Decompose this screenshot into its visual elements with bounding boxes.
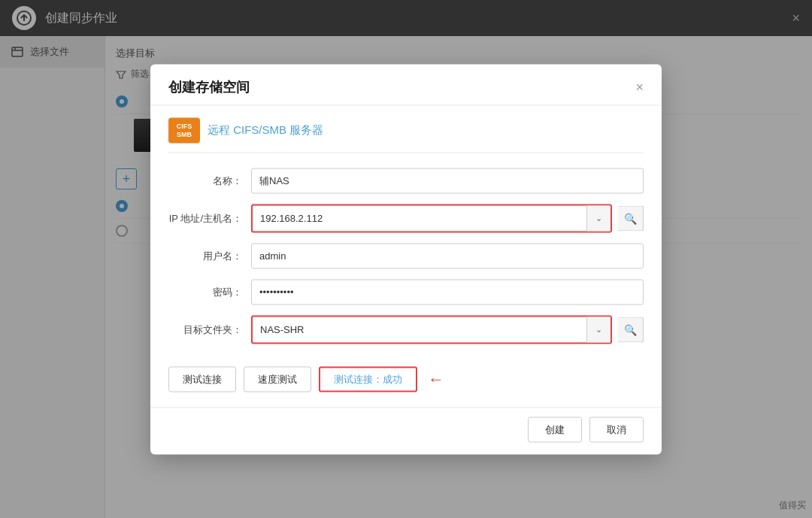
- test-connection-button[interactable]: 测试连接: [168, 366, 236, 392]
- arrow-annotation: ←: [428, 371, 444, 387]
- test-success-button[interactable]: 测试连接：成功: [319, 366, 417, 392]
- ip-row: IP 地址/主机名： ⌄ 🔍: [168, 204, 644, 232]
- action-row: 测试连接 速度测试 测试连接：成功 ←: [168, 359, 644, 392]
- password-input[interactable]: [251, 279, 644, 304]
- username-row: 用户名：: [168, 243, 644, 268]
- username-label: 用户名：: [168, 249, 251, 262]
- cifs-icon-line2: SMB: [177, 130, 192, 138]
- cancel-button[interactable]: 取消: [589, 417, 644, 442]
- name-row: 名称：: [168, 168, 644, 193]
- dialog-header: 创建存储空间 ×: [150, 64, 662, 105]
- folder-input-wrapper: ⌄: [251, 315, 612, 344]
- username-field: [251, 243, 644, 268]
- dialog-body: CIFS SMB 远程 CIFS/SMB 服务器 名称： IP 地址/主机名： …: [150, 105, 662, 407]
- ip-input-wrapper: ⌄: [251, 204, 612, 232]
- cifs-icon: CIFS SMB: [168, 117, 200, 143]
- cifs-icon-line1: CIFS: [177, 122, 192, 130]
- folder-search-button[interactable]: 🔍: [618, 317, 644, 342]
- server-type-banner: CIFS SMB 远程 CIFS/SMB 服务器: [168, 117, 644, 153]
- password-field: [251, 279, 644, 304]
- ip-search-button[interactable]: 🔍: [618, 205, 644, 231]
- folder-row: 目标文件夹： ⌄ 🔍: [168, 315, 644, 344]
- ip-dropdown-button[interactable]: ⌄: [586, 205, 611, 231]
- ip-input[interactable]: [253, 205, 586, 231]
- folder-field: ⌄ 🔍: [251, 315, 644, 344]
- name-input[interactable]: [251, 168, 644, 193]
- create-storage-dialog: 创建存储空间 × CIFS SMB 远程 CIFS/SMB 服务器 名称： IP…: [150, 64, 662, 454]
- name-field: [251, 168, 644, 193]
- folder-label: 目标文件夹：: [168, 323, 251, 336]
- ip-label: IP 地址/主机名：: [168, 211, 251, 225]
- red-arrow-icon: ←: [428, 371, 444, 387]
- server-type-label: 远程 CIFS/SMB 服务器: [208, 123, 323, 138]
- folder-input[interactable]: [253, 317, 586, 342]
- ip-field: ⌄ 🔍: [251, 204, 644, 232]
- dialog-footer: 创建 取消: [150, 407, 662, 454]
- folder-dropdown-button[interactable]: ⌄: [586, 317, 611, 342]
- speed-test-button[interactable]: 速度测试: [244, 366, 311, 392]
- dialog-title: 创建存储空间: [168, 77, 250, 95]
- username-input[interactable]: [251, 243, 644, 268]
- create-button[interactable]: 创建: [528, 417, 582, 442]
- name-label: 名称：: [168, 174, 251, 187]
- password-row: 密码：: [168, 279, 644, 304]
- dialog-close-button[interactable]: ×: [635, 80, 644, 93]
- password-label: 密码：: [168, 285, 251, 298]
